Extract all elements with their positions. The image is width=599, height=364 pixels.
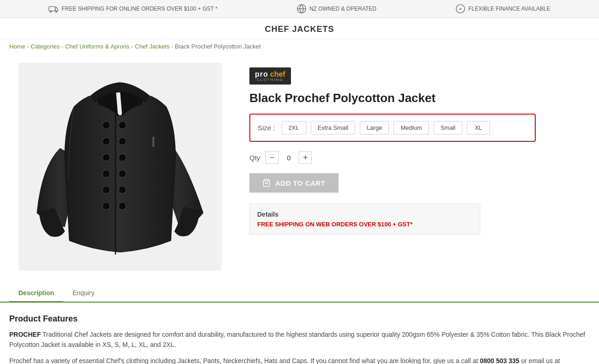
details-title: Details — [257, 211, 472, 218]
size-btn-xl[interactable]: XL — [467, 121, 490, 134]
sep1: › — [27, 44, 29, 49]
svg-point-12 — [119, 138, 126, 145]
truck-icon — [48, 4, 59, 14]
svg-point-14 — [119, 170, 126, 177]
svg-point-8 — [103, 170, 110, 177]
product-features-title: Product Features — [9, 314, 590, 324]
para1-bold: PROCHEF — [9, 331, 41, 338]
svg-point-13 — [119, 154, 126, 161]
description-section: Product Features PROCHEF Traditional Che… — [0, 303, 599, 364]
tab-enquiry[interactable]: Enquiry — [63, 285, 103, 303]
brand-logo: pro chef CLOTHING — [249, 67, 291, 85]
qty-plus-button[interactable]: + — [299, 151, 312, 164]
para1-rest: Traditional Chef Jackets are designed fo… — [9, 331, 585, 348]
product-details-col: pro chef CLOTHING Black Prochef Polycott… — [249, 63, 536, 271]
brand-clothing: CLOTHING — [255, 78, 285, 82]
size-label: Size : — [258, 124, 275, 132]
svg-rect-0 — [49, 6, 55, 11]
breadcrumb-current: Black Prochef Polycotton Jacket — [175, 43, 261, 50]
nz-owned-text: NZ OWNED & OPERATED — [309, 6, 376, 12]
jacket-svg — [23, 65, 217, 268]
check-circle-icon — [455, 4, 466, 14]
svg-point-10 — [103, 202, 110, 210]
cart-icon — [262, 179, 271, 187]
breadcrumb-categories[interactable]: Categories — [30, 43, 60, 50]
size-btn-extra-small[interactable]: Extra Small — [311, 121, 355, 134]
tabs-row: Description Enquiry — [0, 285, 599, 303]
svg-rect-17 — [152, 137, 154, 147]
finance-text: FLEXIBLE FINANCE AVAILABLE — [468, 6, 551, 12]
sep4: › — [171, 44, 173, 49]
add-to-cart-button[interactable]: ADD TO CART — [249, 173, 339, 193]
qty-minus-button[interactable]: − — [266, 151, 278, 164]
description-para2: Prochef has a variety of essential Chef'… — [9, 356, 590, 364]
top-bar: FREE SHIPPING FOR ONLINE ORDERS OVER $10… — [0, 0, 599, 18]
page-title-bar: CHEF JACKETS — [0, 18, 599, 39]
size-btn-large[interactable]: Large — [360, 121, 389, 134]
size-btn-small[interactable]: Small — [434, 121, 463, 134]
breadcrumb-home[interactable]: Home — [9, 43, 25, 50]
breadcrumb-chef-uniforms[interactable]: Chef Uniforms & Aprons — [65, 43, 129, 50]
svg-point-5 — [103, 121, 110, 129]
description-para1: PROCHEF Traditional Chef Jackets are des… — [9, 329, 590, 350]
svg-point-2 — [56, 11, 57, 12]
product-title: Black Prochef Polycotton Jacket — [249, 91, 536, 105]
sep2: › — [61, 44, 63, 49]
qty-value: 0 — [284, 154, 293, 162]
globe-icon — [296, 4, 307, 14]
page-title: CHEF JACKETS — [0, 24, 599, 34]
breadcrumb-chef-jackets[interactable]: Chef Jackets — [135, 43, 169, 50]
qty-row: Qty − 0 + — [249, 151, 536, 164]
shipping-text: FREE SHIPPING FOR ONLINE ORDERS OVER $10… — [61, 6, 218, 12]
shipping-item: FREE SHIPPING FOR ONLINE ORDERS OVER $10… — [48, 4, 218, 14]
add-to-cart-label: ADD TO CART — [275, 179, 326, 187]
para2-phone: 0800 503 335 — [480, 357, 520, 364]
nz-owned-item: NZ OWNED & OPERATED — [296, 4, 376, 14]
details-box: Details FREE SHIPPING ON WEB ORDERS OVER… — [249, 204, 480, 235]
para2-mid: or email us at — [520, 357, 560, 364]
breadcrumb: Home › Categories › Chef Uniforms & Apro… — [0, 39, 599, 54]
finance-item: FLEXIBLE FINANCE AVAILABLE — [455, 4, 551, 14]
sep3: › — [131, 44, 133, 49]
product-image — [18, 63, 222, 271]
svg-point-7 — [103, 154, 110, 161]
svg-point-1 — [50, 11, 52, 12]
tab-description[interactable]: Description — [9, 285, 63, 303]
para2-intro: Prochef has a variety of essential Chef'… — [9, 357, 480, 364]
svg-point-16 — [119, 202, 126, 210]
svg-point-11 — [119, 121, 126, 129]
size-selector: Size : 2XL Extra Small Large Medium Smal… — [249, 114, 536, 142]
svg-point-6 — [103, 138, 110, 145]
product-image-col — [9, 63, 231, 271]
svg-point-15 — [119, 186, 126, 194]
details-shipping-text: FREE SHIPPING ON WEB ORDERS OVER $100 + … — [257, 221, 472, 228]
qty-label: Qty — [249, 154, 260, 162]
svg-point-9 — [103, 186, 110, 194]
product-area: pro chef CLOTHING Black Prochef Polycott… — [0, 54, 554, 280]
size-btn-medium[interactable]: Medium — [393, 121, 429, 134]
size-btn-2xl[interactable]: 2XL — [282, 121, 306, 134]
